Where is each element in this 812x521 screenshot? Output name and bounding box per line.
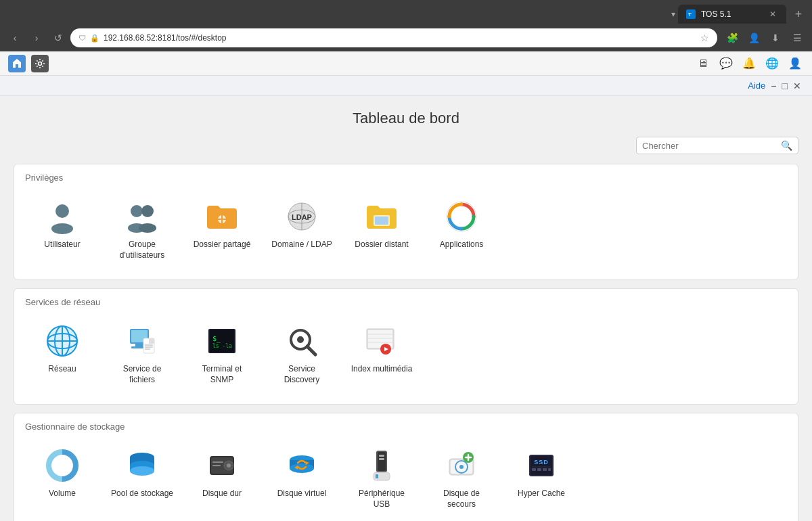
- user-icon[interactable]: 👤: [786, 55, 804, 72]
- svg-rect-59: [212, 465, 221, 466]
- item-disque-dur[interactable]: Disque dur: [185, 440, 259, 518]
- tab-label: TOS 5.1: [701, 9, 731, 19]
- window-header: Aide − □ ✕: [0, 76, 812, 96]
- domaine-ldap-label: Domaine / LDAP: [271, 240, 332, 250]
- toolbar-right-icons: 🖥 💬 🔔 🌐 👤: [694, 55, 804, 72]
- section-privileges-title: Privilèges: [25, 173, 787, 183]
- globe-icon[interactable]: 🌐: [763, 55, 781, 72]
- forward-button[interactable]: ›: [27, 28, 46, 47]
- domaine-ldap-icon: LDAP: [284, 199, 319, 234]
- terminal-snmp-icon: $_ ls -la: [204, 323, 240, 359]
- svg-text:$_: $_: [212, 335, 221, 343]
- usb-label: Périphérique USB: [350, 489, 413, 509]
- svg-line-40: [307, 346, 315, 355]
- monitor-icon[interactable]: 🖥: [694, 55, 712, 72]
- svg-rect-68: [379, 458, 384, 460]
- applications-label: Applications: [440, 240, 484, 250]
- svg-point-6: [141, 205, 154, 217]
- service-discovery-icon: [284, 323, 319, 359]
- utilisateur-label: Utilisateur: [44, 240, 80, 250]
- navigation-bar: ‹ › ↺ 🛡 🔒 192.168.68.52:8181/tos/#/deskt…: [0, 24, 812, 51]
- svg-rect-85: [548, 468, 551, 471]
- svg-point-53: [130, 466, 154, 476]
- disque-virtuel-label: Disque virtuel: [277, 489, 327, 499]
- tab-favicon: T: [686, 9, 696, 19]
- tab-bar: ▾ T TOS 5.1 ✕ +: [0, 0, 812, 24]
- item-volume[interactable]: Volume: [25, 440, 99, 518]
- item-domaine-ldap[interactable]: LDAP Domaine / LDAP: [265, 191, 339, 269]
- new-tab-button[interactable]: +: [790, 6, 807, 22]
- profile-icon[interactable]: 👤: [744, 28, 763, 47]
- item-index-multimedia[interactable]: Index multimédia: [344, 315, 419, 393]
- bookmark-icon[interactable]: ☆: [700, 32, 709, 43]
- svg-text:SSD: SSD: [534, 459, 549, 466]
- search-input[interactable]: [642, 141, 781, 151]
- utilisateur-icon: [45, 199, 80, 234]
- settings-app-button[interactable]: [31, 55, 49, 72]
- svg-rect-70: [376, 474, 378, 478]
- maximize-button[interactable]: □: [782, 81, 788, 91]
- dossier-distant-icon: [364, 199, 399, 234]
- dashboard-title: Tableau de bord: [14, 103, 798, 137]
- download-icon[interactable]: ⬇: [766, 28, 785, 47]
- search-bar[interactable]: 🔍: [636, 137, 798, 154]
- disque-virtuel-icon: [284, 448, 319, 483]
- item-utilisateur[interactable]: Utilisateur: [25, 191, 99, 269]
- reseau-label: Réseau: [48, 364, 76, 375]
- item-pool-stockage[interactable]: Pool de stockage: [105, 440, 179, 518]
- applications-icon: [444, 199, 479, 234]
- bell-icon[interactable]: 🔔: [740, 55, 758, 72]
- section-network: Services de réseau Réseau: [14, 288, 798, 405]
- search-icon: 🔍: [781, 140, 792, 151]
- security-shield-icon: 🛡: [78, 34, 86, 42]
- item-dossier-partage[interactable]: Dossier partagé: [185, 191, 259, 269]
- dossier-partage-label: Dossier partagé: [194, 240, 251, 250]
- service-fichiers-icon: [125, 323, 160, 359]
- item-usb[interactable]: Périphérique USB: [344, 440, 419, 518]
- privileges-grid: Utilisateur Groupe d'utilisateurs: [25, 191, 787, 269]
- item-reseau[interactable]: Réseau: [25, 315, 99, 393]
- svg-point-3: [55, 204, 69, 218]
- svg-point-18: [447, 202, 476, 231]
- aide-link[interactable]: Aide: [748, 81, 765, 91]
- item-hyper-cache[interactable]: SSD Hyper Cache: [504, 440, 579, 518]
- item-terminal-snmp[interactable]: $_ ls -la Terminal et SNMP: [185, 315, 259, 393]
- active-tab[interactable]: T TOS 5.1 ✕: [678, 5, 786, 24]
- svg-rect-58: [212, 461, 223, 463]
- service-discovery-label: Service Discovery: [270, 364, 334, 385]
- svg-point-2: [39, 62, 42, 65]
- item-applications[interactable]: Applications: [424, 191, 499, 269]
- item-service-fichiers[interactable]: Service de fichiers: [105, 315, 179, 393]
- home-app-button[interactable]: [8, 55, 26, 72]
- menu-icon[interactable]: ☰: [788, 28, 807, 47]
- volume-label: Volume: [49, 489, 76, 499]
- usb-icon: [364, 448, 399, 483]
- svg-rect-27: [135, 344, 143, 346]
- hyper-cache-icon: SSD: [524, 448, 559, 483]
- svg-rect-83: [537, 468, 541, 471]
- item-disque-virtuel[interactable]: Disque virtuel: [265, 440, 339, 518]
- item-dossier-distant[interactable]: Dossier distant: [344, 191, 419, 269]
- section-storage: Gestionnaire de stockage Volume: [14, 413, 798, 521]
- terminal-snmp-label: Terminal et SNMP: [190, 364, 254, 385]
- svg-point-39: [297, 336, 304, 343]
- refresh-button[interactable]: ↺: [49, 28, 68, 47]
- item-groupe[interactable]: Groupe d'utilisateurs: [105, 191, 179, 269]
- close-window-button[interactable]: ✕: [793, 81, 801, 91]
- groupe-icon: [125, 199, 160, 234]
- address-text: 192.168.68.52:8181/tos/#/desktop: [104, 33, 696, 43]
- dossier-distant-label: Dossier distant: [355, 240, 408, 250]
- item-service-discovery[interactable]: Service Discovery: [265, 315, 339, 393]
- back-button[interactable]: ‹: [5, 28, 24, 47]
- disque-dur-label: Disque dur: [202, 489, 242, 499]
- tab-close-button[interactable]: ✕: [767, 9, 778, 20]
- pool-stockage-icon: [125, 448, 160, 483]
- minimize-button[interactable]: −: [771, 81, 776, 91]
- browser-nav-icons: 🧩 👤 ⬇ ☰: [723, 28, 807, 47]
- extensions-icon[interactable]: 🧩: [723, 28, 742, 47]
- item-disque-secours[interactable]: Disque de secours: [424, 440, 499, 518]
- address-bar[interactable]: 🛡 🔒 192.168.68.52:8181/tos/#/desktop ☆: [70, 28, 717, 47]
- tab-more-button[interactable]: ▾: [669, 7, 678, 22]
- disque-dur-icon: [204, 448, 240, 483]
- chat-icon[interactable]: 💬: [717, 55, 735, 72]
